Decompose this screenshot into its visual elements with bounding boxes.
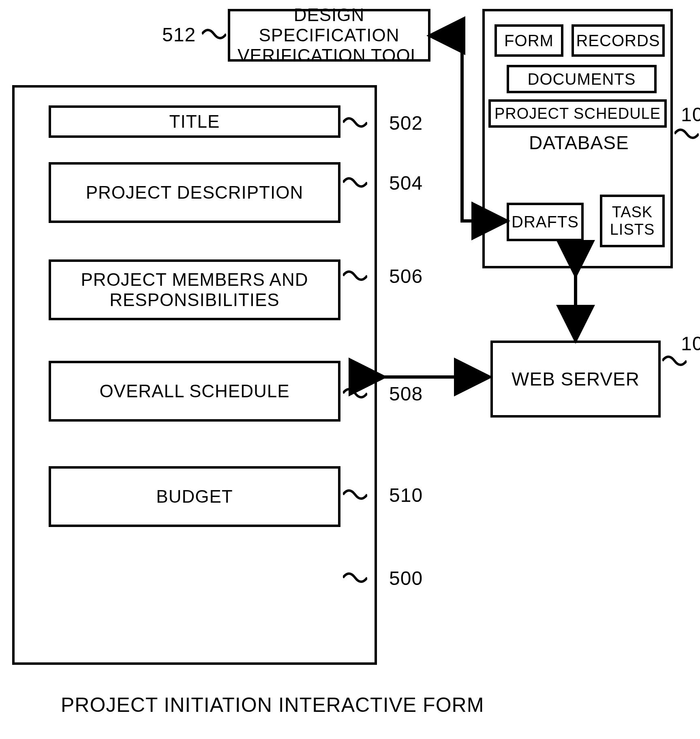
leader-squiggle <box>343 174 367 191</box>
db-documents-box: DOCUMENTS <box>507 65 657 93</box>
leader-squiggle <box>674 126 699 142</box>
database-title: DATABASE <box>529 132 629 154</box>
leader-squiggle <box>343 570 367 586</box>
ref-label-504: 504 <box>389 172 423 194</box>
web-server-box: WEB SERVER <box>490 341 661 418</box>
form-caption: PROJECT INITIATION INTERACTIVE FORM <box>61 693 484 717</box>
db-project-schedule-box: PROJECT SCHEDULE <box>488 99 667 128</box>
db-drafts-box: DRAFTS <box>507 203 584 241</box>
ref-label-510: 510 <box>389 484 423 506</box>
leader-squiggle <box>662 353 687 369</box>
ref-label-104: 104 <box>681 332 700 355</box>
ref-label-508: 508 <box>389 383 423 405</box>
ref-label-506: 506 <box>389 265 423 287</box>
field-schedule[interactable]: OVERALL SCHEDULE <box>49 361 340 422</box>
field-description[interactable]: PROJECT DESCRIPTION <box>49 162 340 223</box>
db-records-box: RECORDS <box>572 24 665 57</box>
leader-squiggle <box>343 268 367 284</box>
ref-label-500: 500 <box>389 567 423 589</box>
leader-squiggle <box>343 385 367 401</box>
leader-squiggle <box>202 26 226 42</box>
field-members[interactable]: PROJECT MEMBERS AND RESPONSIBILITIES <box>49 259 340 320</box>
db-form-box: FORM <box>494 24 563 57</box>
field-budget[interactable]: BUDGET <box>49 466 340 527</box>
ref-label-512: 512 <box>162 24 196 46</box>
verification-tool-box: DESIGN SPECIFICATION VERIFICATION TOOL <box>228 9 430 62</box>
leader-squiggle <box>343 486 367 503</box>
ref-label-106: 106 <box>681 103 700 126</box>
ref-label-502: 502 <box>389 112 423 134</box>
field-title[interactable]: TITLE <box>49 105 340 138</box>
leader-squiggle <box>343 114 367 131</box>
db-task-lists-box: TASK LISTS <box>600 195 665 247</box>
